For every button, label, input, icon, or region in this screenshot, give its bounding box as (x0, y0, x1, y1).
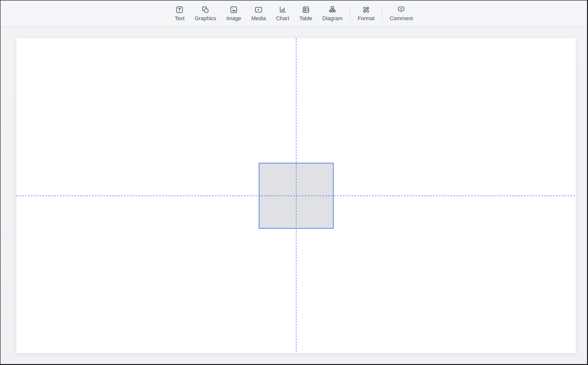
selected-rectangle-shape[interactable] (259, 163, 334, 229)
toolbar-button-diagram[interactable]: Diagram (317, 6, 348, 21)
toolbar-group-divider (382, 6, 382, 21)
toolbar-label: Format (358, 16, 375, 21)
image-icon (230, 6, 238, 14)
toolbar-label: Table (299, 16, 312, 21)
toolbar-button-comment[interactable]: Comment (385, 6, 418, 21)
app-window: Text Graphics Image (0, 0, 588, 365)
media-icon (254, 6, 263, 14)
document-canvas[interactable] (16, 38, 576, 353)
toolbar-label: Media (251, 16, 266, 21)
toolbar-button-graphics[interactable]: Graphics (190, 6, 221, 21)
toolbar-label: Graphics (195, 16, 216, 21)
format-icon (362, 6, 370, 14)
toolbar: Text Graphics Image (0, 0, 587, 27)
toolbar-label: Chart (276, 16, 289, 21)
toolbar-label: Image (226, 16, 241, 21)
toolbar-label: Text (175, 16, 184, 21)
text-icon (175, 6, 184, 14)
toolbar-button-text[interactable]: Text (170, 6, 190, 21)
editor-area (0, 27, 587, 364)
toolbar-button-image[interactable]: Image (221, 6, 246, 21)
table-icon (302, 6, 310, 14)
toolbar-button-media[interactable]: Media (246, 6, 271, 21)
diagram-icon (328, 6, 337, 14)
toolbar-button-table[interactable]: Table (294, 6, 317, 21)
toolbar-button-chart[interactable]: Chart (271, 6, 294, 21)
comment-icon (397, 6, 405, 14)
toolbar-label: Diagram (322, 16, 343, 21)
chart-icon (278, 6, 287, 14)
toolbar-group-divider (350, 6, 350, 21)
toolbar-label: Comment (390, 16, 413, 21)
graphics-icon (201, 6, 209, 14)
toolbar-button-format[interactable]: Format (353, 6, 380, 21)
